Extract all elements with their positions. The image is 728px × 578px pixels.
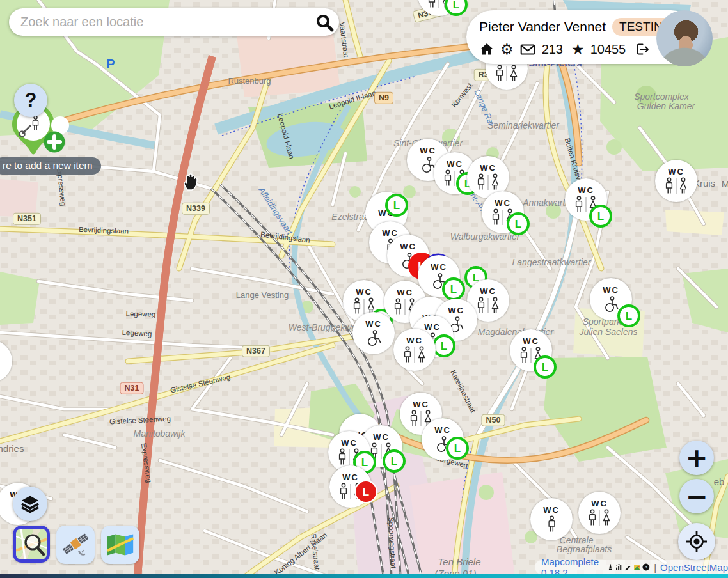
wheelchair-icon [429, 272, 449, 290]
gear-icon[interactable]: ⚙ [500, 42, 514, 57]
man-woman-icon [427, 0, 451, 9]
marker-wc-label: WC [543, 505, 560, 515]
marker-wc-label: WC [382, 228, 399, 238]
add-item-tooltip: re to add a new item [0, 157, 101, 175]
user-avatar[interactable] [656, 10, 713, 66]
marker-wc-label: WC [413, 400, 429, 409]
add-plus-icon[interactable] [44, 132, 65, 153]
circle-a-icon[interactable]: a [642, 562, 650, 572]
minus-icon: − [685, 481, 708, 512]
man-woman-icon [519, 347, 543, 364]
messages-count: 213 [542, 42, 563, 57]
man-woman-icon [587, 509, 612, 527]
wheelchair-icon [398, 252, 418, 270]
openstreetmap-link[interactable]: OpenStreetMap [660, 562, 728, 573]
marker-wc-label: WC [424, 322, 441, 332]
man-woman-icon [664, 177, 688, 195]
marker-wc-label: WC [341, 438, 358, 448]
marker-wc-label: WC [480, 286, 496, 296]
pen-icon[interactable] [624, 562, 631, 572]
marker-wc-label: WC [495, 198, 511, 208]
logout-icon[interactable] [634, 42, 651, 57]
crosshair-icon [684, 529, 709, 554]
marker-wc-label: WC [434, 425, 451, 435]
search-button[interactable] [310, 13, 339, 32]
stats-icon[interactable] [615, 562, 622, 572]
marker-wc-label: WC [603, 285, 619, 295]
search-input[interactable] [9, 15, 310, 29]
map-marker-toilet[interactable]: WC [422, 418, 464, 460]
mapcomplete-app: Brugge-Sint-PietersRustenburgVaartstraat… [0, 0, 728, 578]
wheelchair-icon [363, 329, 384, 347]
marker-wc-label: WC [365, 319, 382, 329]
man-woman-icon [402, 346, 427, 364]
zoom-in-button[interactable]: + [679, 441, 714, 475]
attribution-separator: | [654, 562, 656, 573]
statue-icon[interactable] [607, 562, 613, 572]
map-marker-toilet[interactable]: WC [393, 329, 436, 371]
marker-wc-label: WC [342, 473, 359, 482]
user-name: Pieter Vander Vennet [479, 19, 606, 35]
man-woman-icon [338, 483, 363, 501]
marker-wc-label: WC [378, 208, 395, 218]
marker-wc-label: WC [668, 167, 684, 176]
marker-wc-label: WC [420, 146, 436, 155]
marker-wc-label: WC [448, 306, 464, 315]
man-woman-icon [495, 65, 519, 82]
svg-text:a: a [645, 565, 647, 569]
wheelchair-icon [601, 295, 621, 313]
basemap-osm-button[interactable] [13, 526, 50, 563]
map-marker-toilet[interactable]: WC [578, 492, 621, 534]
search-bar [9, 8, 339, 36]
geolocate-button[interactable] [678, 523, 715, 560]
man-woman-icon [491, 208, 515, 226]
map-marker-toilet[interactable]: WC [418, 255, 460, 297]
man-woman-icon [574, 196, 598, 214]
help-label: ? [25, 89, 37, 112]
marker-wc-label: WC [373, 432, 390, 442]
man-icon [546, 515, 557, 533]
osm-carto-thumbnail [16, 529, 47, 559]
man-woman-icon [476, 173, 500, 191]
map-marker-toilet[interactable]: WC [530, 498, 573, 540]
home-icon[interactable] [479, 42, 495, 57]
man-woman-icon [369, 442, 393, 460]
help-button[interactable]: ? [14, 84, 47, 117]
marker-wc-label: WC [578, 185, 594, 195]
marker-wc-label: WC [523, 336, 539, 346]
plus-icon: + [685, 442, 708, 474]
layers-icon [20, 494, 40, 513]
wheelchair-icon [432, 435, 453, 453]
marker-wc-label: WC [406, 336, 423, 345]
man-woman-icon [476, 297, 500, 315]
theme-color-bar [0, 574, 728, 578]
map-marker-toilet[interactable]: WC [510, 329, 552, 371]
map-marker-toilet[interactable]: WC [655, 160, 697, 202]
zoom-out-button[interactable]: − [679, 479, 714, 513]
map-marker-toilet[interactable]: WC [590, 278, 632, 320]
map-marker-toilet[interactable]: WC [329, 465, 372, 508]
marker-wc-label: WC [431, 262, 447, 272]
map-canvas[interactable]: Brugge-Sint-PietersRustenburgVaartstraat… [0, 0, 728, 578]
basemap-map-button[interactable] [101, 526, 139, 564]
map-marker-toilet[interactable]: WC [482, 191, 524, 233]
marker-wc-label: WC [447, 159, 463, 169]
marker-wc-label: WC [397, 288, 413, 297]
marker-wc-label: WC [356, 287, 372, 297]
stars-count: 10455 [590, 42, 626, 57]
mail-icon[interactable] [519, 42, 536, 56]
map-marker-toilet[interactable]: WC [352, 312, 395, 354]
folded-map-icon [106, 533, 134, 557]
marker-wc-label: WC [591, 499, 608, 508]
marker-wc-label: WC [480, 163, 496, 173]
basemap-satellite-button[interactable] [56, 526, 95, 564]
attribution-bar: Mapcomplete 0.18.2 a | OpenStreetMap [535, 560, 728, 574]
satellite-icon [61, 531, 90, 559]
layers-button[interactable] [13, 487, 47, 521]
search-icon [315, 13, 334, 32]
map-marker-toilet[interactable]: WC [565, 178, 607, 221]
man-woman-icon [337, 448, 361, 466]
flag-icon[interactable] [633, 563, 641, 572]
man-woman-icon [443, 169, 467, 187]
marker-wc-label: WC [400, 242, 416, 251]
